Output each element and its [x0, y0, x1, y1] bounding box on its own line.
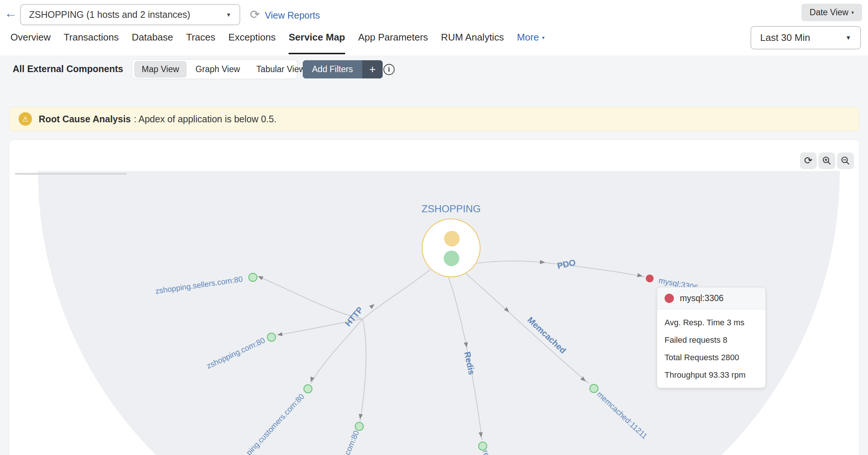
critical-status-dot	[665, 294, 674, 303]
tab-more-label: More	[517, 32, 539, 43]
edge-http-sellers	[259, 277, 363, 319]
refresh-icon[interactable]: ⟳	[250, 7, 260, 22]
view-option-map[interactable]: Map View	[134, 61, 187, 78]
tab-rum-analytics[interactable]: RUM Analytics	[441, 32, 504, 54]
tab-exceptions[interactable]: Exceptions	[228, 32, 276, 54]
date-view-button[interactable]: Date View ▾	[801, 4, 862, 21]
add-filter-plus-button[interactable]: +	[362, 60, 383, 78]
alert-title: Root Cause Analysis	[39, 114, 131, 125]
metric-value: 93.33 rpm	[709, 370, 746, 380]
tab-app-parameters[interactable]: App Parameters	[358, 32, 428, 54]
tab-transactions[interactable]: Transactions	[64, 32, 119, 54]
time-range-value: Last 30 Min	[760, 32, 810, 43]
refresh-icon: ⟳	[804, 156, 813, 166]
edge-memcached	[466, 273, 589, 383]
app-instance-warning-dot[interactable]	[444, 231, 460, 246]
scope-label: All External Components	[13, 64, 123, 74]
node-port80[interactable]	[355, 422, 363, 430]
view-reports-link[interactable]: View Reports	[265, 10, 320, 21]
node-memcached[interactable]	[590, 384, 598, 393]
edge-http-port80	[360, 319, 366, 421]
edge-http-trunk	[363, 270, 430, 319]
tooltip-title: mysql:3306	[680, 293, 724, 303]
tooltip-header: mysql:3306	[657, 287, 765, 309]
tooltip-metric-row: Total Requests 2800	[665, 349, 758, 366]
tab-overview[interactable]: Overview	[10, 32, 51, 54]
map-controls: ⟳	[800, 152, 854, 169]
tab-traces[interactable]: Traces	[186, 32, 216, 54]
tab-service-map[interactable]: Service Map	[289, 32, 345, 54]
tooltip-metric-row: Throughput 93.33 rpm	[665, 366, 758, 384]
tooltip-body: Avg. Resp. Time 3 ms Failed requests 8 T…	[657, 309, 765, 388]
mysql-node-tooltip: mysql:3306 Avg. Resp. Time 3 ms Failed r…	[657, 287, 766, 388]
app-instance-healthy-dot[interactable]	[444, 251, 459, 266]
tab-database[interactable]: Database	[132, 32, 173, 54]
metric-label: Throughput	[665, 370, 707, 380]
view-switcher: Map View Graph View Tabular View	[132, 59, 298, 79]
back-arrow-icon[interactable]: ←	[4, 7, 17, 19]
app-node-title[interactable]: ZSHOPPING	[414, 203, 488, 215]
alert-message: : Apdex of application is below 0.5.	[134, 114, 277, 125]
metric-value: 3 ms	[727, 318, 745, 327]
tooltip-metric-row: Failed requests 8	[665, 331, 758, 349]
chevron-down-icon: ▼	[845, 35, 851, 41]
metric-value: 2800	[721, 353, 739, 362]
add-filters-group: Add Filters +	[303, 60, 383, 78]
map-zoom-out-button[interactable]	[837, 152, 854, 169]
chevron-down-icon: ▾	[542, 35, 544, 41]
info-icon[interactable]: i	[383, 64, 395, 75]
edge-http-customers	[311, 319, 363, 384]
map-refresh-button[interactable]: ⟳	[800, 152, 817, 169]
map-zoom-in-button[interactable]	[819, 152, 835, 169]
node-redis[interactable]	[479, 442, 487, 450]
metric-label: Failed requests	[665, 335, 720, 345]
service-map-card: ⟳ ZSHOPPING	[9, 140, 859, 455]
chevron-down-icon: ▾	[851, 10, 854, 15]
add-filters-button[interactable]: Add Filters	[303, 60, 362, 78]
node-customers[interactable]	[304, 385, 312, 393]
node-sellers[interactable]	[249, 273, 257, 281]
metric-label: Total Requests	[665, 353, 719, 362]
chevron-down-icon: ▼	[226, 12, 231, 18]
date-view-label: Date View	[810, 7, 848, 17]
zoom-in-icon	[822, 156, 832, 166]
tab-more[interactable]: More ▾	[517, 32, 544, 54]
zoom-out-icon	[840, 156, 851, 166]
application-selector-value: ZSHOPPING (1 hosts and 2 instances)	[29, 9, 190, 20]
time-range-selector[interactable]: Last 30 Min ▼	[750, 26, 861, 49]
view-option-graph[interactable]: Graph View	[188, 61, 248, 78]
node-zshopping-com[interactable]	[267, 333, 276, 341]
app-node-circle[interactable]	[422, 219, 480, 277]
node-mysql[interactable]	[646, 275, 654, 283]
metric-label: Avg. Resp. Time	[665, 318, 724, 327]
edge-arrowheads	[257, 260, 643, 438]
warning-icon: ⚠	[19, 112, 32, 126]
application-selector[interactable]: ZSHOPPING (1 hosts and 2 instances) ▼	[20, 4, 240, 25]
metric-value: 8	[723, 335, 727, 345]
root-cause-alert-banner: ⚠ Root Cause Analysis : Apdex of applica…	[9, 107, 859, 131]
tooltip-metric-row: Avg. Resp. Time 3 ms	[665, 314, 758, 331]
service-map-page: ← ZSHOPPING (1 hosts and 2 instances) ▼ …	[0, 0, 868, 455]
tab-bar: Overview Transactions Database Traces Ex…	[10, 32, 544, 54]
